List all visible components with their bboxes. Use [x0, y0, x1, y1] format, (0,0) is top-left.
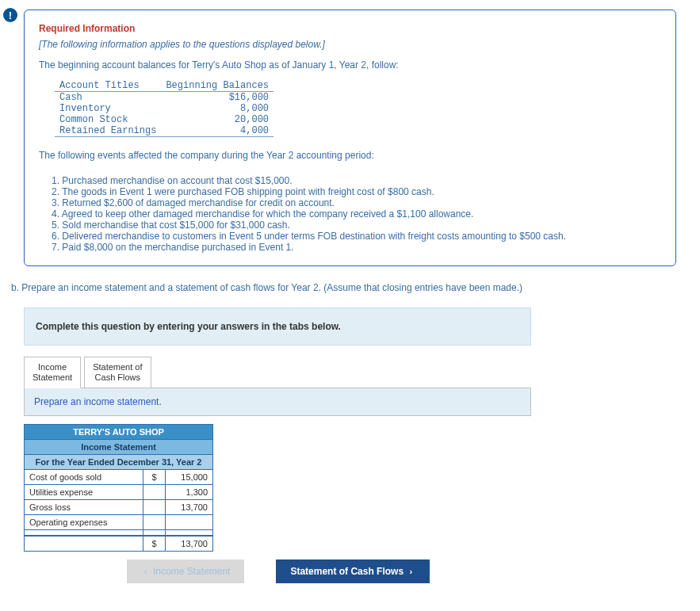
row-label-input[interactable]: Gross loss	[25, 500, 143, 515]
row-value-input[interactable]	[166, 530, 213, 537]
question-b: b. Prepare an income statement and a sta…	[11, 282, 676, 293]
statement-title: TERRY'S AUTO SHOP	[25, 425, 213, 440]
event-text: Agreed to keep other damaged merchandise…	[62, 208, 474, 220]
row-symbol	[143, 485, 166, 500]
balance-row-value: 20,000	[161, 114, 273, 125]
list-item: 2. The goods in Event 1 were purchased F…	[52, 186, 661, 197]
tabs: Income Statement Statement of Cash Flows	[24, 357, 700, 388]
row-value-input[interactable]: 1,300	[166, 485, 213, 500]
event-text: Returned $2,600 of damaged merchandise f…	[62, 197, 335, 208]
list-item: 7. Paid $8,000 on the merchandise purcha…	[52, 242, 661, 253]
total-value: 13,700	[166, 536, 213, 552]
total-row: $ 13,700	[25, 536, 213, 552]
income-statement-table: TERRY'S AUTO SHOP Income Statement For t…	[24, 424, 213, 552]
table-row: Cost of goods sold $ 15,000	[25, 470, 213, 485]
row-value-input[interactable]	[166, 515, 213, 530]
complete-prompt: Complete this question by entering your …	[24, 307, 531, 346]
required-info-box: Required Information [The following info…	[24, 10, 676, 266]
balance-row-value: $16,000	[161, 92, 273, 104]
total-label	[25, 536, 143, 552]
row-label-input[interactable]: Cost of goods sold	[25, 470, 143, 485]
next-button-label: Statement of Cash Flows	[290, 566, 404, 577]
beginning-balances-table: Account Titles Beginning Balances Cash $…	[55, 80, 273, 137]
required-title: Required Information	[39, 23, 661, 34]
statement-subtitle: Income Statement	[25, 440, 213, 455]
list-item: 6. Delivered merchandise to customers in…	[52, 231, 661, 242]
table-row: Gross loss 13,700	[25, 500, 213, 515]
event-text: Delivered merchandise to customers in Ev…	[62, 231, 566, 242]
tab-cash-flows[interactable]: Statement of Cash Flows	[84, 357, 151, 388]
row-value-input[interactable]: 13,700	[166, 500, 213, 515]
balance-row-title: Common Stock	[55, 114, 161, 125]
prev-button-label: Income Statement	[153, 566, 230, 577]
prev-button[interactable]: ‹ Income Statement	[127, 559, 244, 583]
tab-income-statement[interactable]: Income Statement	[24, 357, 81, 388]
list-item: 1. Purchased merchandise on account that…	[52, 175, 661, 186]
tab-panel-instruction: Prepare an income statement.	[24, 388, 531, 416]
list-item: 4. Agreed to keep other damaged merchand…	[52, 208, 661, 220]
event-text: Purchased merchandise on account that co…	[62, 175, 292, 186]
col-header-balances: Beginning Balances	[161, 80, 273, 92]
chevron-right-icon: ›	[409, 567, 412, 576]
table-row: Operating expenses	[25, 515, 213, 530]
applies-note: [The following information applies to th…	[39, 39, 661, 50]
row-symbol	[143, 515, 166, 530]
alert-icon: !	[3, 8, 17, 22]
table-row: Utilities expense 1,300	[25, 485, 213, 500]
row-label-input[interactable]: Utilities expense	[25, 485, 143, 500]
event-text: Paid $8,000 on the merchandise purchased…	[62, 242, 293, 253]
balance-row-value: 8,000	[161, 103, 273, 114]
alert-symbol: !	[9, 10, 12, 21]
list-item: 5. Sold merchandise that cost $15,000 fo…	[52, 220, 661, 231]
event-text: Sold merchandise that cost $15,000 for $…	[62, 220, 290, 231]
nav-buttons: ‹ Income Statement Statement of Cash Flo…	[127, 559, 700, 583]
balance-row-title: Inventory	[55, 103, 161, 114]
list-item: 3. Returned $2,600 of damaged merchandis…	[52, 197, 661, 208]
balance-row-title: Retained Earnings	[55, 125, 161, 137]
row-symbol: $	[143, 470, 166, 485]
events-intro: The following events affected the compan…	[39, 150, 661, 161]
balance-row-title: Cash	[55, 92, 161, 104]
row-value-input[interactable]: 15,000	[166, 470, 213, 485]
events-list: 1. Purchased merchandise on account that…	[39, 175, 661, 253]
intro-text: The beginning account balances for Terry…	[39, 59, 661, 71]
row-symbol	[143, 530, 166, 537]
event-text: The goods in Event 1 were purchased FOB …	[62, 186, 434, 197]
chevron-left-icon: ‹	[144, 567, 147, 576]
row-symbol	[143, 500, 166, 515]
total-symbol: $	[143, 536, 166, 552]
balance-row-value: 4,000	[161, 125, 273, 137]
table-row	[25, 530, 213, 537]
row-label-input[interactable]	[25, 530, 143, 537]
col-header-titles: Account Titles	[55, 80, 161, 92]
statement-period: For the Year Ended December 31, Year 2	[25, 455, 213, 470]
row-label-input[interactable]: Operating expenses	[25, 515, 143, 530]
next-button[interactable]: Statement of Cash Flows ›	[276, 559, 430, 583]
